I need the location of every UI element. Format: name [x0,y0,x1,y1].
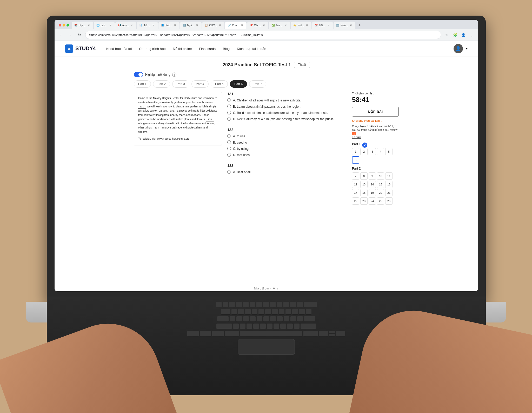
back-button[interactable]: ← [57,31,64,38]
radio-131-c[interactable] [227,111,231,114]
radio-131-d[interactable] [227,117,231,121]
key-p[interactable] [292,309,298,315]
close-dot[interactable] [59,24,61,27]
num-cell-26[interactable]: 26 [385,197,393,205]
key[interactable] [290,302,296,307]
browser-tab-13[interactable]: 🆕 New... ✕ [334,22,355,29]
key-v[interactable] [253,324,259,329]
key-e[interactable] [245,309,251,315]
tab-close-11[interactable]: ✕ [305,23,309,27]
browser-tab-4[interactable]: 📊 Tốn... ✕ [137,22,158,29]
key-o[interactable] [285,309,291,315]
num-cell-21[interactable]: 21 [385,189,393,196]
command-right-key[interactable] [303,331,318,337]
minimize-dot[interactable] [63,24,65,27]
submit-button[interactable]: NỘP BÀI [352,107,399,117]
tab-part7[interactable]: Part 7 [249,80,266,88]
tab-part2[interactable]: Part 2 [153,80,170,88]
key-i[interactable] [279,309,284,315]
option-131-d[interactable]: D. Next Saturday at 4 p.m., we are hosti… [227,117,347,121]
browser-tab-8[interactable]: 🔗 Con... ✕ [225,22,247,29]
browser-tab-3[interactable]: 📢 Adv... ✕ [115,22,136,29]
key-z[interactable] [233,324,239,329]
key-q[interactable] [231,309,237,315]
key[interactable] [229,302,235,307]
key[interactable] [256,302,262,307]
num-cell-5[interactable]: 5 [385,148,393,155]
key-j[interactable] [270,316,276,322]
option-132-d[interactable]: D. that uses [227,153,347,157]
key-t[interactable] [258,309,264,315]
key[interactable] [270,302,276,307]
browser-tab-12[interactable]: 📅 202... ✕ [312,22,333,29]
num-cell-17[interactable]: 17 [352,189,359,196]
key-h[interactable] [263,316,269,322]
info-icon[interactable]: i [172,73,176,77]
num-cell-4[interactable]: 4 [377,148,384,155]
tab-close-2[interactable]: ✕ [109,23,112,27]
new-tab-button[interactable]: + [356,22,363,29]
option-132-a[interactable]: A. to use [227,134,347,139]
highlight-toggle[interactable]: Highlight nội dung i [134,72,176,77]
key-s[interactable] [236,316,242,322]
num-cell-22[interactable]: 22 [352,197,359,205]
tab-close-5[interactable]: ✕ [173,23,177,27]
key[interactable] [294,324,300,329]
tab-close-8[interactable]: ✕ [240,23,244,27]
key[interactable] [297,316,303,322]
tab-part5[interactable]: Part 5 [211,80,228,88]
key[interactable] [283,302,289,307]
key[interactable] [299,309,305,315]
num-cell-3[interactable]: 3 [369,148,376,155]
space-key[interactable] [240,331,302,337]
num-cell-12[interactable]: 12 [352,181,359,188]
nav-de-thi[interactable]: Đề thi online [173,47,192,51]
radio-133-a[interactable] [227,170,231,174]
nav-chuong-trinh[interactable]: Chương trình học [139,47,165,51]
key-k[interactable] [277,316,283,322]
key[interactable] [236,302,242,307]
arrow-right-key[interactable] [336,331,345,337]
exit-button[interactable]: Thoát [294,62,310,68]
option-133-a[interactable]: A. Best of all [227,170,347,175]
user-avatar-button[interactable]: 👤 [454,44,463,53]
num-cell-9[interactable]: 9 [369,172,376,180]
radio-131-a[interactable] [227,98,231,102]
caps-key[interactable] [217,316,229,322]
key[interactable] [223,302,228,307]
shift-right-key[interactable] [301,324,316,329]
key-u[interactable] [272,309,278,315]
browser-tab-11[interactable]: ✍️ writ... ✕ [291,22,311,29]
browser-tab-7[interactable]: 📋 CUC... ✕ [202,22,224,29]
key[interactable] [306,309,311,315]
num-cell-7[interactable]: 7 [352,172,359,180]
tab-key[interactable] [221,309,230,315]
shift-left-key[interactable] [216,324,232,329]
return-key[interactable] [304,316,315,322]
tab-close-7[interactable]: ✕ [218,23,222,27]
key[interactable] [280,324,286,329]
key-d[interactable] [243,316,249,322]
command-left-key[interactable] [225,331,239,337]
num-cell-23[interactable]: 23 [360,197,368,205]
tab-close-3[interactable]: ✕ [130,23,134,27]
key[interactable] [287,324,293,329]
key-x[interactable] [240,324,245,329]
tab-close-13[interactable]: ✕ [349,23,353,27]
browser-tab-9[interactable]: 📌 Các... ✕ [247,22,268,29]
tab-close-4[interactable]: ✕ [152,23,155,27]
num-cell-13[interactable]: 13 [360,181,368,188]
option-131-a[interactable]: A. Children of all ages will enjoy the n… [227,98,347,103]
key[interactable] [250,302,255,307]
key-y[interactable] [265,309,271,315]
num-cell-10[interactable]: 10 [377,172,384,180]
tab-close-6[interactable]: ✕ [195,23,199,27]
tab-close-1[interactable]: ✕ [87,23,91,27]
option-131-c[interactable]: C. Build a set of simple patio furniture… [227,111,347,115]
tab-part3[interactable]: Part 3 [172,80,189,88]
arrow-left-key[interactable] [319,331,328,337]
key-a[interactable] [230,316,235,322]
profile-button[interactable]: 👤 [460,31,467,38]
radio-132-d[interactable] [227,153,231,157]
num-cell-24[interactable]: 24 [369,197,376,205]
